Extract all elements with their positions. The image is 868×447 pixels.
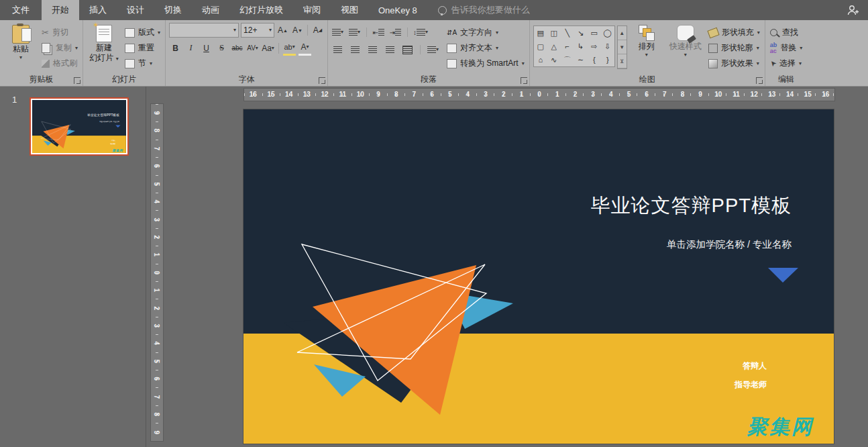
shape-gallery-item-12[interactable]: ⌂ — [534, 53, 547, 66]
slide-canvas[interactable]: 毕业论文答辩PPT模板 单击添加学院名称 / 专业名称 答辩人 指导老师 聚集网 — [243, 109, 834, 444]
align-left-icon — [333, 46, 342, 54]
slide-title[interactable]: 毕业论文答辩PPT模板 — [591, 193, 792, 219]
clipboard-dialog-launcher[interactable] — [74, 77, 80, 84]
tab-动画[interactable]: 动画 — [192, 0, 229, 20]
align-center-button[interactable] — [349, 43, 362, 56]
tab-OneKey 8[interactable]: OneKey 8 — [368, 0, 427, 20]
format-painter-button[interactable]: 格式刷 — [40, 56, 79, 70]
tab-设计[interactable]: 设计 — [117, 0, 154, 20]
text-direction-button[interactable]: ⇵A 文字方向▾ — [445, 26, 526, 40]
new-slide-button[interactable]: 新建 幻灯片 ▾ — [87, 23, 121, 74]
hruler-number: 5 — [441, 89, 459, 101]
select-button[interactable]: ➤ 选择▾ — [769, 56, 804, 70]
shape-gallery-item-17[interactable]: } — [601, 53, 614, 66]
slide-title[interactable]: 毕业论文答辩PPT模板 — [87, 113, 119, 117]
shape-gallery-item-1[interactable]: ◫ — [547, 26, 561, 40]
shape-outline-button[interactable]: 形状轮廓▾ — [707, 41, 761, 55]
shape-gallery-item-3[interactable]: ↘ — [574, 26, 588, 40]
shrink-font-button[interactable]: A▼ — [291, 23, 304, 37]
presenter-label[interactable]: 答辩人 — [743, 360, 767, 372]
shape-outline-icon — [708, 44, 718, 53]
character-spacing-button[interactable]: AV▾ — [246, 42, 259, 55]
underline-button[interactable]: U — [200, 42, 213, 55]
shape-gallery-item-13[interactable]: ∿ — [547, 53, 561, 66]
slide-thumbnail[interactable]: 毕业论文答辩PPT模板 单击添加学院名称 / 专业名称 答辩人 指导老师 聚集网 — [30, 97, 129, 156]
text-shadow-button[interactable]: S — [215, 42, 228, 55]
tab-file[interactable]: 文件 — [0, 0, 42, 20]
shape-gallery-item-5[interactable]: ◯ — [601, 26, 614, 40]
shape-gallery-item-14[interactable]: ⌒ — [561, 53, 574, 66]
group-clipboard: 粘贴 ▾ ✂ 剪切 复制 ▾ 格式刷 剪贴板 — [0, 20, 83, 86]
justify-button[interactable] — [384, 43, 396, 56]
slide-subtitle[interactable]: 单击添加学院名称 / 专业名称 — [667, 238, 792, 251]
decrease-indent-button[interactable]: ⇤ — [372, 26, 385, 39]
arrange-button[interactable]: 排列 ▾ — [629, 23, 664, 74]
gallery-scroll-up[interactable]: ▲ — [618, 26, 627, 40]
italic-button[interactable]: I — [184, 42, 197, 55]
numbering-button[interactable]: ▾ — [348, 26, 361, 39]
align-right-button[interactable] — [366, 43, 379, 56]
shape-gallery-item-6[interactable]: ▢ — [534, 40, 547, 53]
shape-gallery-item-2[interactable]: ╲ — [561, 26, 574, 40]
grow-font-button[interactable]: A▲ — [276, 23, 289, 37]
advisor-label[interactable]: 指导老师 — [735, 379, 767, 391]
tab-审阅[interactable]: 审阅 — [293, 0, 331, 20]
section-button[interactable]: 节▾ — [123, 56, 162, 70]
bullets-button[interactable]: ▾ — [331, 26, 344, 39]
hruler-number: 15 — [799, 89, 817, 101]
shape-gallery-item-0[interactable]: ▤ — [534, 26, 547, 40]
strikethrough-button[interactable]: abc — [231, 42, 243, 55]
align-left-button[interactable] — [331, 43, 344, 56]
shape-gallery-item-8[interactable]: ⌐ — [561, 40, 574, 53]
distribute-button[interactable] — [401, 43, 414, 56]
shape-gallery-item-15[interactable]: ∼ — [574, 53, 588, 66]
shape-gallery-item-4[interactable]: ▭ — [588, 26, 601, 40]
bold-button[interactable]: B — [169, 42, 182, 55]
sign-in-button[interactable] — [837, 0, 868, 20]
gallery-scroll-down[interactable]: ▼ — [618, 40, 627, 54]
shape-gallery-item-7[interactable]: △ — [547, 40, 561, 53]
change-case-button[interactable]: Aa▾ — [262, 42, 274, 55]
cut-button[interactable]: ✂ 剪切 — [40, 26, 79, 40]
tell-me-box[interactable]: 告诉我你想要做什么 — [438, 0, 837, 20]
font-size-combo[interactable]: 12+▾ — [241, 23, 274, 38]
replace-button[interactable]: abac 替换▾ — [769, 41, 804, 55]
shape-gallery-item-16[interactable]: { — [588, 53, 601, 66]
tab-切换[interactable]: 切换 — [154, 0, 192, 20]
shape-gallery-item-9[interactable]: ↳ — [574, 40, 588, 53]
font-color-button[interactable]: A▾ — [299, 40, 311, 56]
gallery-more-button[interactable]: ⊻ — [618, 54, 627, 68]
convert-smartart-button[interactable]: 转换为 SmartArt▾ — [445, 56, 526, 70]
clear-formatting-button[interactable]: A◢ — [311, 23, 324, 37]
advisor-label[interactable]: 指导老师 — [110, 143, 115, 145]
slide-canvas[interactable]: 毕业论文答辩PPT模板 单击添加学院名称 / 专业名称 答辩人 指导老师 聚集网 — [32, 100, 126, 153]
replace-icon: abac — [770, 42, 777, 54]
highlight-color-button[interactable]: ab▾ — [283, 40, 296, 56]
line-spacing-button[interactable]: ↕▾ — [413, 26, 428, 39]
tab-插入[interactable]: 插入 — [79, 0, 117, 20]
copy-button[interactable]: 复制 ▾ — [40, 41, 79, 55]
paragraph-dialog-launcher[interactable] — [521, 77, 527, 84]
font-name-combo[interactable]: ▾ — [169, 23, 239, 38]
scissors-icon: ✂ — [42, 28, 49, 38]
shape-effects-button[interactable]: 形状效果▾ — [707, 56, 761, 70]
slide-subtitle[interactable]: 单击添加学院名称 / 专业名称 — [99, 121, 119, 123]
increase-indent-button[interactable]: ⇥ — [389, 26, 402, 39]
tab-视图[interactable]: 视图 — [331, 0, 368, 20]
presenter-label[interactable]: 答辩人 — [111, 140, 115, 142]
columns-button[interactable]: ▾ — [427, 43, 439, 56]
quick-styles-button[interactable]: 快速样式 ▾ — [666, 23, 705, 74]
shape-fill-button[interactable]: 形状填充▾ — [707, 26, 761, 40]
paste-button[interactable]: 粘贴 ▾ — [3, 23, 38, 74]
tab-幻灯片放映[interactable]: 幻灯片放映 — [229, 0, 293, 20]
reset-button[interactable]: 重置 — [123, 41, 162, 55]
tab-开始[interactable]: 开始 — [42, 0, 79, 20]
watermark: 聚集网 — [112, 148, 123, 153]
shape-gallery-item-10[interactable]: ⇨ — [588, 40, 601, 53]
shape-gallery-item-11[interactable]: ⇩ — [601, 40, 614, 53]
layout-button[interactable]: 版式▾ — [123, 26, 162, 40]
font-dialog-launcher[interactable] — [319, 77, 325, 84]
find-button[interactable]: 查找 — [769, 26, 804, 40]
drawing-dialog-launcher[interactable] — [756, 77, 763, 84]
align-text-button[interactable]: 对齐文本▾ — [445, 41, 526, 55]
